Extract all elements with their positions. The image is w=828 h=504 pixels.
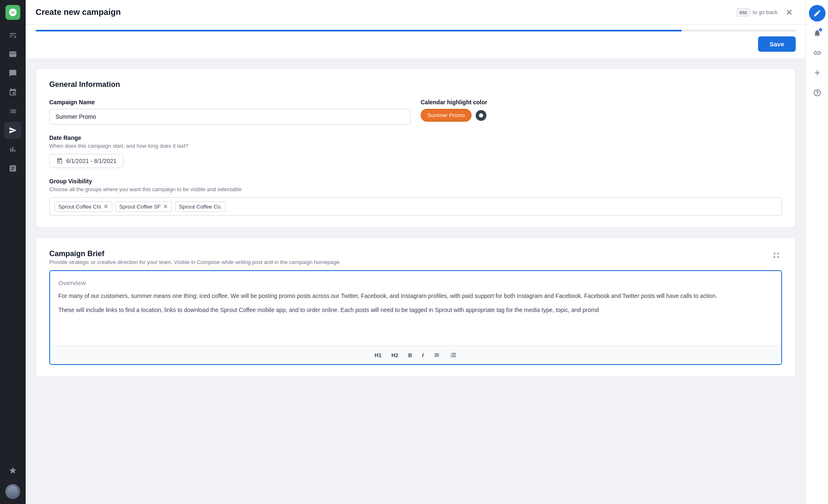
- expand-icon: [772, 251, 780, 259]
- svg-point-0: [479, 113, 483, 118]
- color-pill-container: Summer Promo: [421, 109, 782, 122]
- tag-sprout-coffee-sf: Sprout Coffee SF ✕: [116, 202, 172, 212]
- close-button[interactable]: ✕: [782, 6, 796, 19]
- sidebar-item-reports[interactable]: [4, 160, 22, 177]
- toolbar-bold-button[interactable]: B: [404, 350, 416, 361]
- sidebar-item-star[interactable]: [4, 462, 22, 479]
- header-actions: esc to go back ✕: [737, 6, 796, 19]
- campaign-brief-card: Campaign Brief Provide strategic or crea…: [36, 238, 796, 377]
- tag-remove-sf[interactable]: ✕: [163, 204, 168, 209]
- tag-remove-chi[interactable]: ✕: [104, 204, 108, 209]
- date-range-hint: When does this campaign start, and how l…: [49, 143, 782, 149]
- general-info-card: General Information Campaign Name Calend…: [36, 68, 796, 228]
- toolbar-ul-button[interactable]: [429, 349, 444, 361]
- sidebar-item-compose[interactable]: [4, 26, 22, 44]
- sidebar-item-lists[interactable]: [4, 103, 22, 120]
- link-icon: [813, 49, 821, 57]
- esc-hint: esc to go back: [737, 8, 777, 17]
- page-header: Create new campaign esc to go back ✕: [26, 0, 806, 25]
- date-range-button[interactable]: 6/1/2021 - 8/1/2021: [49, 154, 123, 168]
- editor-paragraph-2: These will include links to find a locat…: [58, 305, 773, 314]
- toolbar-italic-button[interactable]: I: [418, 350, 428, 361]
- app-logo: [5, 5, 20, 20]
- group-vis-hint: Choose all the groups where you want thi…: [49, 186, 782, 192]
- calendar-icon: [56, 158, 63, 164]
- right-sidebar-edit-button[interactable]: [809, 5, 826, 22]
- color-pill[interactable]: Summer Promo: [421, 109, 472, 122]
- tag-sprout-coffee-co: Sprout Coffee Co.: [175, 202, 226, 212]
- sidebar-item-send[interactable]: [4, 122, 22, 139]
- tag-sprout-coffee-chi: Sprout Coffee Chi ✕: [55, 202, 112, 212]
- avatar[interactable]: [5, 484, 20, 499]
- brief-header: Campaign Brief Provide strategic or crea…: [49, 250, 782, 265]
- group-tags-input[interactable]: Sprout Coffee Chi ✕ Sprout Coffee SF ✕ S…: [49, 197, 782, 216]
- campaign-name-label: Campaign Name: [49, 99, 411, 106]
- date-range-section: Date Range When does this campaign start…: [49, 134, 782, 168]
- toolbar-h1-button[interactable]: H1: [371, 350, 386, 361]
- calendar-color-label: Calendar highlight color: [421, 99, 782, 106]
- name-color-grid: Campaign Name Calendar highlight color S…: [49, 99, 782, 125]
- bell-icon: [813, 29, 821, 37]
- toolbar-ol-button[interactable]: [446, 349, 461, 361]
- main-content: Create new campaign esc to go back ✕ Sav…: [26, 0, 806, 504]
- editor-paragraph-1: For many of our customers, summer means …: [58, 291, 773, 300]
- page-title: Create new campaign: [36, 7, 121, 17]
- right-sidebar-help-button[interactable]: [809, 84, 826, 101]
- editor-toolbar: H1 H2 B I: [50, 346, 781, 364]
- form-scroll-area: General Information Campaign Name Calend…: [26, 58, 806, 504]
- sidebar-item-pin[interactable]: [4, 84, 22, 101]
- save-row: Save: [26, 31, 806, 58]
- date-range-value: 6/1/2021 - 8/1/2021: [66, 158, 116, 164]
- sidebar-item-messages[interactable]: [4, 65, 22, 82]
- help-icon: [813, 89, 821, 97]
- expand-button[interactable]: [770, 250, 782, 262]
- editor-heading: Overview: [58, 279, 773, 286]
- tag-label: Sprout Coffee Chi: [58, 204, 101, 210]
- toolbar-h2-button[interactable]: H2: [387, 350, 402, 361]
- tag-label: Sprout Coffee SF: [119, 204, 161, 210]
- group-vis-label: Group Visibility: [49, 178, 782, 185]
- brief-hint: Provide strategic or creative direction …: [49, 259, 341, 265]
- campaign-name-input[interactable]: [49, 109, 411, 125]
- tag-label: Sprout Coffee Co.: [179, 204, 222, 210]
- left-sidebar: [0, 0, 26, 504]
- rich-text-editor[interactable]: Overview For many of our customers, summ…: [49, 270, 782, 365]
- progress-bar-container: [26, 25, 806, 31]
- editor-body[interactable]: Overview For many of our customers, summ…: [50, 271, 781, 346]
- save-button[interactable]: Save: [758, 36, 796, 52]
- date-range-label: Date Range: [49, 134, 782, 141]
- brief-header-text: Campaign Brief Provide strategic or crea…: [49, 250, 341, 265]
- campaign-name-field: Campaign Name: [49, 99, 411, 125]
- general-info-title: General Information: [49, 80, 782, 89]
- edit-icon: [813, 9, 821, 17]
- add-icon: [813, 69, 821, 77]
- esc-key: esc: [737, 8, 750, 17]
- right-sidebar-link-button[interactable]: [809, 45, 826, 61]
- right-sidebar: [806, 0, 828, 504]
- right-sidebar-notifications-button[interactable]: [809, 25, 826, 41]
- right-sidebar-add-button[interactable]: [809, 65, 826, 81]
- brief-title: Campaign Brief: [49, 250, 341, 258]
- calendar-color-field: Calendar highlight color Summer Promo: [421, 99, 782, 125]
- sidebar-item-inbox[interactable]: [4, 46, 22, 63]
- color-swatch-button[interactable]: [476, 110, 486, 121]
- sidebar-item-analytics[interactable]: [4, 141, 22, 158]
- back-label: to go back: [753, 9, 777, 15]
- group-visibility-section: Group Visibility Choose all the groups w…: [49, 178, 782, 216]
